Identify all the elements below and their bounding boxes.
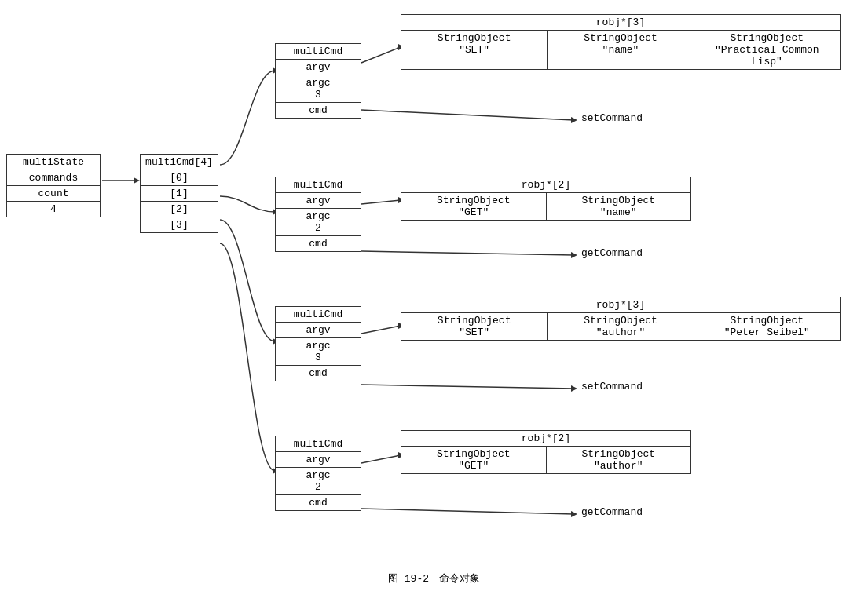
robj1-header: robj*[3] — [401, 15, 840, 31]
robj3-box: robj*[3] StringObject"SET" StringObject"… — [401, 297, 841, 341]
robj3-cell1: StringObject"SET" — [401, 313, 548, 340]
count-value: 4 — [7, 201, 100, 217]
cmd1-multicmd: multiCmd — [276, 44, 361, 59]
cmd1-argv: argv — [276, 59, 361, 75]
robj4-header: robj*[2] — [401, 431, 690, 447]
array-item-3: [3] — [141, 217, 218, 232]
diagram-container: multiState commands count 4 multiCmd[4] … — [0, 0, 868, 565]
svg-line-20 — [361, 509, 573, 514]
cmd3-multicmd: multiCmd — [276, 307, 361, 322]
robj1-cell2: StringObject"name" — [548, 31, 694, 69]
svg-line-18 — [361, 455, 401, 463]
svg-marker-9 — [571, 117, 577, 123]
robj1-cell1: StringObject"SET" — [401, 31, 548, 69]
svg-line-10 — [361, 200, 401, 204]
get-command-2-label: getCommand — [581, 247, 643, 259]
robj2-cell1: StringObject"GET" — [401, 193, 547, 220]
robj1-box: robj*[3] StringObject"SET" StringObject"… — [401, 14, 841, 70]
robj1-row: StringObject"SET" StringObject"name" Str… — [401, 31, 840, 69]
robj3-header: robj*[3] — [401, 297, 840, 313]
set-command-3-label: setCommand — [581, 381, 643, 392]
cmd4-cmd: cmd — [276, 494, 361, 510]
robj3-cell2: StringObject"author" — [548, 313, 694, 340]
multistate-box: multiState commands count 4 — [6, 154, 101, 217]
robj4-row: StringObject"GET" StringObject"author" — [401, 447, 690, 473]
set-command-1-label: setCommand — [581, 112, 643, 124]
cmd3-cmd: cmd — [276, 365, 361, 381]
get-command-4-label: getCommand — [581, 506, 643, 518]
svg-line-8 — [361, 110, 573, 120]
cmd1-cmd: cmd — [276, 102, 361, 118]
array-item-0: [0] — [141, 170, 218, 185]
robj4-cell2: StringObject"author" — [547, 447, 691, 473]
robj2-header: robj*[2] — [401, 177, 690, 193]
robj2-cell2: StringObject"name" — [547, 193, 691, 220]
robj3-cell3: StringObject"Peter Seibel" — [694, 313, 840, 340]
arrows-svg — [0, 0, 868, 565]
cmd2-cmd: cmd — [276, 235, 361, 251]
robj2-box: robj*[2] StringObject"GET" StringObject"… — [401, 177, 691, 221]
cmd3-box: multiCmd argv argc3 cmd — [275, 306, 361, 381]
svg-marker-13 — [571, 252, 577, 258]
cmd3-argc: argc3 — [276, 337, 361, 365]
cmd2-multicmd: multiCmd — [276, 177, 361, 192]
svg-line-16 — [361, 385, 573, 389]
caption-text: 图 19-2 命令对象 — [388, 573, 480, 585]
svg-line-14 — [361, 326, 401, 334]
array-item-2: [2] — [141, 201, 218, 217]
svg-line-6 — [361, 47, 401, 63]
count-label: count — [7, 185, 100, 201]
multistate-label: multiState — [7, 155, 100, 170]
cmd3-argv: argv — [276, 322, 361, 337]
svg-marker-1 — [134, 177, 140, 184]
svg-line-12 — [361, 251, 573, 255]
multicmd-array-label: multiCmd[4] — [141, 155, 218, 170]
array-item-1: [1] — [141, 185, 218, 201]
multicmd-array-box: multiCmd[4] [0] [1] [2] [3] — [140, 154, 218, 233]
cmd1-box: multiCmd argv argc3 cmd — [275, 43, 361, 119]
cmd2-argv: argv — [276, 192, 361, 208]
cmd1-argc: argc3 — [276, 75, 361, 102]
robj4-cell1: StringObject"GET" — [401, 447, 547, 473]
caption: 图 19-2 命令对象 — [0, 568, 868, 589]
cmd2-box: multiCmd argv argc2 cmd — [275, 177, 361, 252]
cmd4-multicmd: multiCmd — [276, 436, 361, 451]
robj4-box: robj*[2] StringObject"GET" StringObject"… — [401, 430, 691, 474]
cmd2-argc: argc2 — [276, 208, 361, 235]
svg-marker-21 — [571, 511, 577, 517]
robj3-row: StringObject"SET" StringObject"author" S… — [401, 313, 840, 340]
cmd4-argv: argv — [276, 451, 361, 467]
svg-marker-17 — [571, 385, 577, 392]
robj2-row: StringObject"GET" StringObject"name" — [401, 193, 690, 220]
commands-label: commands — [7, 170, 100, 185]
cmd4-box: multiCmd argv argc2 cmd — [275, 436, 361, 511]
robj1-cell3: StringObject"Practical Common Lisp" — [694, 31, 840, 69]
cmd4-argc: argc2 — [276, 467, 361, 494]
